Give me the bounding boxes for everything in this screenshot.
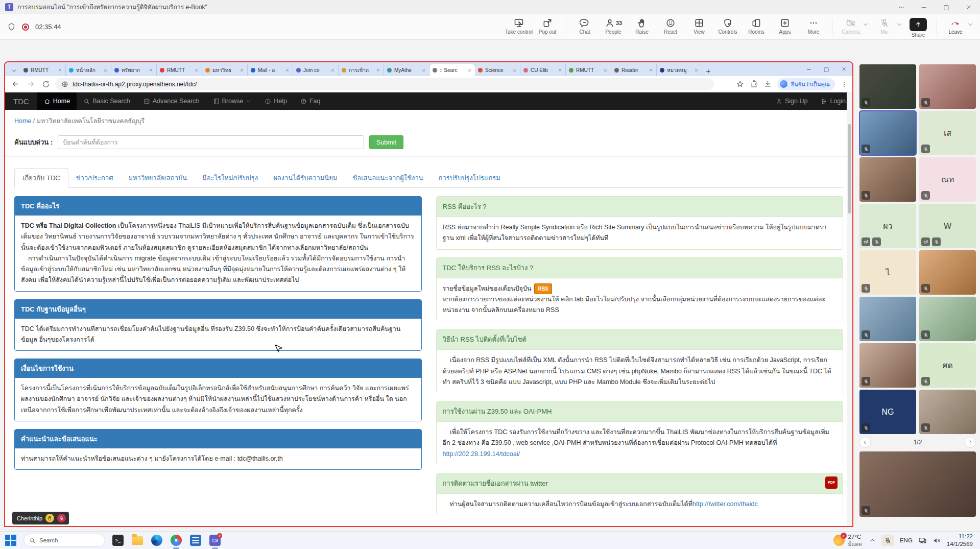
participant-tile[interactable] — [919, 250, 976, 295]
page-scrollbar[interactable] — [847, 92, 852, 526]
tab-user-feedback[interactable]: ข้อเสนอแนะจากผู้ใช้งาน — [345, 169, 431, 187]
browser-tab[interactable]: หน้าหลัก — [66, 64, 111, 76]
taskbar-clock[interactable]: 11:22 14/1/2569 — [947, 533, 973, 548]
tab-search-icon[interactable] — [7, 65, 20, 76]
take-control-button[interactable]: Take control — [505, 16, 533, 35]
tab-close-icon[interactable] — [285, 68, 290, 73]
tab-close-icon[interactable] — [149, 68, 153, 73]
twitter-link[interactable]: http://twitter.com/thaidc — [692, 500, 758, 508]
tab-popular-works[interactable]: ผลงานได้รับความนิยม — [266, 169, 345, 187]
nav-advance-search[interactable]: Advance Search — [137, 92, 206, 110]
browser-tab[interactable]: RMUTT — [157, 64, 202, 76]
taskbar-edge-icon[interactable] — [150, 534, 163, 547]
page-previous-button[interactable] — [859, 437, 871, 448]
tab-close-icon[interactable] — [649, 68, 653, 73]
page-next-button[interactable] — [965, 437, 976, 448]
forward-button[interactable] — [25, 78, 37, 90]
controls-button[interactable]: Controls — [713, 16, 742, 35]
nav-basic-search[interactable]: Basic Search — [77, 92, 137, 110]
pdf-icon[interactable]: PDF — [825, 476, 838, 489]
bookmark-star-icon[interactable] — [736, 80, 745, 88]
tab-about-tdc[interactable]: เกี่ยวกับ TDC — [14, 168, 68, 188]
tab-close-icon[interactable] — [58, 68, 62, 73]
participant-tile[interactable]: ศด — [919, 343, 976, 388]
chat-button[interactable]: Chat — [570, 16, 599, 35]
participant-tile[interactable] — [859, 297, 916, 341]
browser-tab[interactable]: Science — [475, 64, 520, 76]
more-button[interactable]: More — [799, 16, 828, 35]
browser-menu-icon[interactable] — [840, 80, 848, 88]
scrollbar-thumb[interactable] — [848, 124, 851, 213]
start-button[interactable] — [4, 534, 17, 547]
participant-tile[interactable] — [859, 64, 916, 109]
camera-chevron-icon[interactable] — [862, 21, 869, 28]
tab-close-icon[interactable] — [603, 68, 608, 73]
browser-tab[interactable]: มหาวิทย — [202, 64, 248, 76]
browser-tab[interactable]: ทรัพยาก — [111, 64, 157, 76]
browser-tab[interactable]: Reader — [611, 64, 657, 76]
leave-chevron-icon[interactable] — [967, 21, 974, 28]
site-info-icon[interactable] — [61, 81, 68, 88]
tab-close-icon[interactable] — [194, 68, 199, 73]
browser-tab[interactable]: RMUTT — [20, 64, 66, 76]
tab-close-icon[interactable] — [330, 68, 335, 73]
taskbar-teams-meeting-icon[interactable]: 2 — [208, 534, 222, 547]
browser-tab-active[interactable]: :: Searc — [429, 64, 475, 76]
taskbar-chrome-icon[interactable] — [170, 534, 183, 547]
browser-close-button[interactable] — [835, 62, 852, 76]
participant-tile[interactable] — [919, 64, 976, 109]
participant-tile[interactable]: ผว — [859, 204, 916, 248]
nav-browse[interactable]: Browse — [206, 92, 258, 110]
mic-button[interactable]: Mic — [870, 16, 899, 35]
taskbar-notes-icon[interactable] — [189, 534, 202, 547]
address-bar[interactable]: tdc-thailis-or-th.ap2.proxy.openathens.n… — [55, 78, 714, 90]
share-button[interactable]: Share — [904, 16, 933, 38]
browser-tab[interactable]: CU Elib — [520, 64, 566, 76]
nav-faq[interactable]: Faq — [294, 92, 327, 110]
breadcrumb-home-link[interactable]: Home — [14, 117, 31, 125]
pop-out-button[interactable]: Pop out — [533, 16, 562, 35]
tab-news[interactable]: ข่าว/ประกาศ — [68, 169, 121, 187]
download-icon[interactable] — [763, 80, 772, 88]
browser-minimize-button[interactable]: ─ — [800, 62, 818, 76]
tab-close-icon[interactable] — [558, 68, 562, 73]
reload-button[interactable] — [40, 78, 52, 90]
browser-tab[interactable]: Join co — [293, 64, 339, 76]
titlebar-more-icon[interactable] — [890, 0, 913, 14]
nav-help[interactable]: Help — [258, 92, 294, 110]
new-tab-button[interactable]: + — [702, 65, 714, 76]
participant-tile[interactable] — [919, 390, 976, 434]
tray-chevron-up-icon[interactable] — [869, 537, 876, 544]
quick-search-input[interactable] — [58, 135, 364, 149]
rss-badge[interactable]: RSS — [534, 283, 552, 294]
browser-tab[interactable]: การเข้าถ — [339, 64, 384, 76]
pinned-participant-tile[interactable] — [859, 451, 976, 517]
participant-tile[interactable]: เส — [919, 111, 976, 155]
camera-button[interactable]: Camera — [836, 16, 865, 35]
extensions-icon[interactable] — [750, 80, 758, 88]
participant-tile[interactable] — [859, 157, 916, 202]
taskbar-file-explorer-icon[interactable] — [131, 534, 144, 547]
nav-home[interactable]: Home — [37, 92, 77, 110]
weather-widget[interactable]: 2 27°C มีแดด — [833, 533, 862, 547]
browser-tab[interactable]: RMUTT — [566, 64, 611, 76]
participant-tile[interactable] — [919, 297, 976, 341]
tab-close-icon[interactable] — [376, 68, 380, 73]
apps-button[interactable]: Apps — [771, 16, 799, 35]
minimize-button[interactable]: ─ — [913, 0, 935, 14]
profile-chip[interactable]: ยืนยันว่าเป็นคุณ — [777, 78, 835, 90]
tab-whats-new[interactable]: มีอะไรใหม่/ปรับปรุง — [195, 169, 266, 187]
browser-tab[interactable]: Mail - อ — [248, 64, 293, 76]
network-display-icon[interactable] — [918, 536, 927, 545]
close-button[interactable] — [958, 0, 980, 14]
speaker-muted-icon[interactable] — [933, 536, 941, 545]
nav-sign-up[interactable]: Sign Up — [769, 92, 814, 110]
tab-close-icon[interactable] — [467, 68, 472, 73]
tab-program-updates[interactable]: การปรับปรุงโปรแกรม — [431, 169, 508, 187]
maximize-button[interactable]: ▢ — [935, 0, 958, 14]
back-button[interactable] — [9, 78, 21, 90]
browser-maximize-button[interactable]: ▢ — [818, 62, 835, 76]
tab-close-icon[interactable] — [103, 68, 108, 73]
participant-tile-active-speaker[interactable] — [859, 111, 916, 155]
submit-button[interactable]: Submit — [369, 135, 403, 149]
